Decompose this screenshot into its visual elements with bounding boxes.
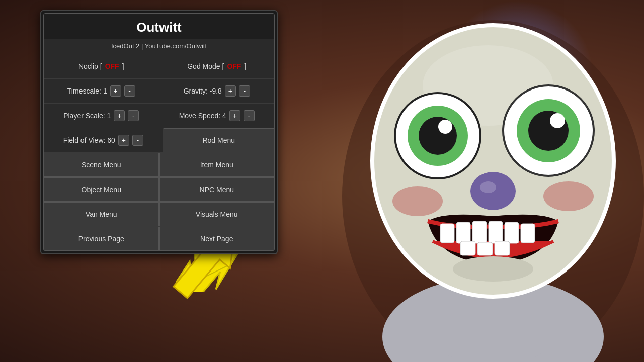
npc-menu-button[interactable]: NPC Menu: [159, 177, 275, 202]
svg-point-19: [392, 186, 443, 216]
prev-page-button[interactable]: Previous Page: [44, 227, 159, 251]
next-page-button[interactable]: Next Page: [159, 227, 275, 251]
player-scale-cell: Player Scale: 1 + -: [44, 104, 159, 128]
noclip-cell[interactable]: Noclip [OFF]: [44, 54, 159, 78]
svg-rect-25: [505, 222, 519, 243]
noclip-end: ]: [122, 62, 124, 70]
object-menu-cell[interactable]: Object Menu: [44, 177, 159, 202]
row-pagination: Previous Page Next Page: [44, 227, 274, 251]
panel-title: Outwitt: [44, 14, 274, 39]
row-scale-speed: Player Scale: 1 + - Move Speed: 4 + -: [44, 104, 274, 128]
noclip-status: OFF: [105, 62, 119, 70]
row-timescale-gravity: Timescale: 1 + - Gravity: -9.8 + -: [44, 79, 274, 104]
scene-menu-button[interactable]: Scene Menu: [44, 153, 159, 177]
panel-inner: Outwitt IcedOut 2 | YouTube.com/Outwitt …: [43, 13, 275, 251]
godmode-end: ]: [244, 62, 246, 70]
svg-rect-24: [489, 221, 503, 243]
fov-label: Field of View: 60: [63, 136, 115, 144]
svg-point-18: [480, 181, 496, 193]
row-van-visuals: Van Menu Visuals Menu: [44, 202, 274, 227]
timescale-cell: Timescale: 1 + -: [44, 79, 159, 103]
svg-rect-21: [440, 224, 454, 243]
svg-point-30: [453, 256, 533, 282]
van-menu-button[interactable]: Van Menu: [44, 202, 159, 226]
row-toggles: Noclip [OFF] God Mode [OFF]: [44, 54, 274, 79]
row-fov-rod: Field of View: 60 + - Rod Menu: [44, 128, 274, 153]
visuals-menu-cell[interactable]: Visuals Menu: [159, 202, 275, 226]
gravity-label: Gravity: -9.8: [184, 87, 222, 95]
svg-rect-23: [472, 221, 487, 243]
godmode-cell[interactable]: God Mode [OFF]: [159, 54, 275, 78]
timescale-minus-button[interactable]: -: [124, 85, 135, 97]
object-menu-button[interactable]: Object Menu: [44, 177, 159, 202]
player-scale-label: Player Scale: 1: [63, 112, 111, 120]
svg-rect-27: [460, 241, 475, 255]
move-speed-cell: Move Speed: 4 + -: [159, 104, 275, 128]
gravity-plus-button[interactable]: +: [225, 85, 236, 97]
fov-minus-button[interactable]: -: [132, 135, 143, 146]
row-scene-item: Scene Menu Item Menu: [44, 153, 274, 177]
gravity-minus-button[interactable]: -: [239, 85, 250, 97]
svg-point-11: [438, 120, 452, 134]
svg-point-10: [419, 117, 457, 155]
timescale-label: Timescale: 1: [67, 87, 107, 95]
svg-point-20: [543, 181, 594, 211]
godmode-status: OFF: [227, 62, 241, 70]
van-menu-cell[interactable]: Van Menu: [44, 202, 159, 226]
row-object-npc: Object Menu NPC Menu: [44, 177, 274, 202]
gravity-cell: Gravity: -9.8 + -: [159, 79, 275, 103]
visuals-menu-button[interactable]: Visuals Menu: [159, 202, 275, 226]
move-speed-label: Move Speed: 4: [179, 112, 226, 120]
item-menu-cell[interactable]: Item Menu: [159, 153, 275, 177]
svg-rect-28: [477, 242, 493, 255]
npc-menu-cell[interactable]: NPC Menu: [159, 177, 275, 202]
noclip-label: Noclip [: [78, 62, 102, 70]
godmode-label: God Mode [: [187, 62, 224, 70]
svg-rect-26: [521, 224, 535, 243]
fov-cell: Field of View: 60 + -: [44, 128, 164, 152]
scene-menu-cell[interactable]: Scene Menu: [44, 153, 159, 177]
next-page-cell[interactable]: Next Page: [159, 227, 275, 251]
svg-point-16: [550, 113, 565, 128]
item-menu-button[interactable]: Item Menu: [159, 153, 275, 177]
rod-menu-cell[interactable]: Rod Menu: [164, 128, 275, 152]
move-speed-minus-button[interactable]: -: [244, 110, 255, 121]
player-scale-minus-button[interactable]: -: [128, 110, 139, 121]
svg-rect-22: [456, 222, 470, 243]
svg-rect-29: [495, 241, 510, 255]
player-scale-plus-button[interactable]: +: [114, 110, 125, 121]
prev-page-cell[interactable]: Previous Page: [44, 227, 159, 251]
move-speed-plus-button[interactable]: +: [229, 110, 240, 121]
timescale-plus-button[interactable]: +: [110, 85, 121, 97]
panel-outer: Outwitt IcedOut 2 | YouTube.com/Outwitt …: [40, 10, 278, 254]
rod-menu-button[interactable]: Rod Menu: [164, 128, 275, 152]
panel-subtitle: IcedOut 2 | YouTube.com/Outwitt: [44, 39, 274, 54]
fov-plus-button[interactable]: +: [118, 135, 129, 146]
clown-character: [267, 0, 644, 362]
panel-wrapper: Outwitt IcedOut 2 | YouTube.com/Outwitt …: [40, 10, 278, 254]
